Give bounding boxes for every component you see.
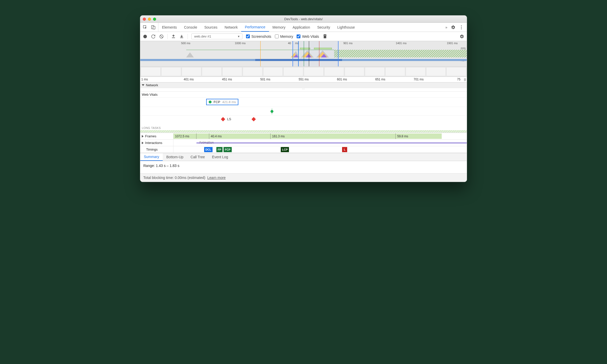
details-tabs: Summary Bottom-Up Call Tree Event Log [140,153,467,161]
timing-lcp[interactable]: LCP [281,147,289,152]
layout-shift-label: LS [227,117,231,121]
performance-toolbar: web.dev #1 ▾ Screenshots Memory Web Vita… [140,32,467,41]
svg-rect-10 [324,35,326,38]
collapse-icon [142,84,144,86]
network-track-header[interactable]: Network [140,82,467,88]
load-profile-button[interactable] [171,34,176,39]
screenshot-filmstrip[interactable] [140,67,467,77]
svg-point-4 [461,27,462,28]
overview-selection[interactable] [293,41,338,66]
record-button[interactable] [143,34,147,39]
expand-icon [142,135,144,138]
memory-checkbox[interactable]: Memory [275,34,293,39]
overview-timeline[interactable]: 500 ms 1000 ms 40 ms 901 ms 1401 ms 1901… [140,41,467,67]
inspect-icon[interactable] [143,25,147,30]
frames-track[interactable]: Frames 1072.5 ms 40.4 ms 161.3 ms 59.8 m… [140,133,467,140]
tab-summary[interactable]: Summary [140,153,163,161]
capture-settings-icon[interactable] [460,34,464,39]
svg-rect-23 [334,50,467,57]
lcp-marker[interactable] [271,110,273,113]
fcp-marker[interactable]: FCP 421.8 ms [206,99,238,105]
long-tasks-strip [140,130,467,133]
svg-rect-12 [324,34,326,35]
timing-dcl[interactable]: DCL [204,147,213,152]
window-controls [143,18,156,21]
frame-segment[interactable]: 40.4 ms [209,134,271,139]
svg-rect-2 [153,26,155,29]
track-resize-handle[interactable]: ⋯ [140,88,467,92]
webvitals-checkbox[interactable]: Web Vitals [297,34,319,39]
close-window-button[interactable] [143,18,146,21]
svg-marker-13 [186,52,194,57]
reload-record-button[interactable] [151,34,156,39]
timing-fcp[interactable]: FCP [224,147,232,152]
frame-segment[interactable]: 1072.5 ms [173,134,196,139]
timing-load[interactable]: L [342,147,347,152]
garbage-collect-button[interactable] [323,34,327,39]
layout-shift-marker[interactable] [252,117,256,122]
frame-segment[interactable]: 161.3 ms [271,134,396,139]
tracks-area: Network ⋯ Web Vitals FCP 421.8 ms [140,82,467,153]
tab-event-log[interactable]: Event Log [208,153,232,161]
device-toggle-icon[interactable] [151,25,156,30]
svg-rect-9 [180,38,183,38]
good-indicator-icon [209,101,212,103]
svg-point-3 [461,25,462,26]
tab-network[interactable]: Network [221,23,241,32]
frame-segment[interactable]: 59.8 ms [396,134,442,139]
interactions-track[interactable]: Interactions Animation [140,140,467,146]
titlebar: DevTools - web.dev/vitals/ [140,16,467,23]
tab-elements[interactable]: Elements [158,23,180,32]
recording-select-label: web.dev #1 [194,34,211,38]
zoom-window-button[interactable] [153,18,156,21]
svg-point-5 [461,28,462,29]
dropdown-icon: ▾ [238,34,240,38]
tab-call-tree[interactable]: Call Tree [187,153,208,161]
panel-tabs: Elements Console Sources Network Perform… [140,23,467,32]
tab-performance[interactable]: Performance [241,23,269,32]
tab-sources[interactable]: Sources [201,23,221,32]
settings-icon[interactable] [451,25,456,30]
expand-icon [142,142,144,144]
tab-lighthouse[interactable]: Lighthouse [334,23,358,32]
screenshots-checkbox[interactable]: Screenshots [246,34,271,39]
ruler-scrollbar[interactable] [464,78,466,81]
svg-line-7 [160,35,163,38]
webvitals-section: Web Vitals FCP 421.8 ms LS [140,92,467,133]
tab-memory[interactable]: Memory [269,23,289,32]
save-profile-button[interactable] [179,34,184,39]
svg-rect-11 [323,35,327,35]
timings-track[interactable]: Timings DCL FP FCP LCP L [140,146,467,153]
animation-bar[interactable] [196,142,467,143]
devtools-window: DevTools - web.dev/vitals/ Elements Cons… [140,15,467,182]
layout-shift-marker[interactable] [221,117,225,122]
tab-application[interactable]: Application [289,23,314,32]
summary-panel: Range: 1.43 s – 1.83 s [140,161,467,173]
long-tasks-label: LONG TASKS [140,126,467,130]
recording-select[interactable]: web.dev #1 ▾ [191,33,242,39]
summary-range: Range: 1.43 s – 1.83 s [143,164,179,168]
more-tabs-icon[interactable]: » [445,25,447,29]
learn-more-link[interactable]: Learn more [207,176,226,180]
svg-rect-8 [172,38,175,38]
webvitals-label: Web Vitals [140,92,467,98]
minimize-window-button[interactable] [148,18,151,21]
clear-button[interactable] [159,34,164,39]
tab-console[interactable]: Console [180,23,201,32]
tab-bottom-up[interactable]: Bottom-Up [163,153,187,161]
window-title: DevTools - web.dev/vitals/ [140,17,467,21]
footer-bar: Total blocking time: 0.00ms (estimated) … [140,173,467,182]
tab-security[interactable]: Security [314,23,334,32]
timeline-ruler[interactable]: 1 ms 401 ms 451 ms 501 ms 551 ms 601 ms … [140,77,467,82]
kebab-menu-icon[interactable] [459,25,464,30]
frame-segment[interactable] [196,134,209,139]
total-blocking-time: Total blocking time: 0.00ms (estimated) [143,176,205,180]
timing-fp[interactable]: FP [216,147,223,152]
